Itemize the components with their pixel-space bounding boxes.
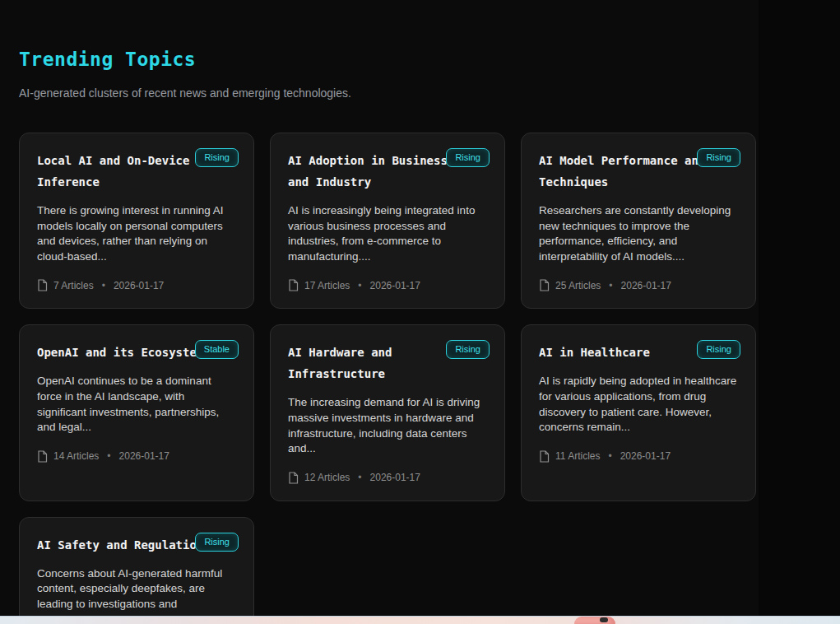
article-count: 12 Articles xyxy=(304,472,350,483)
topic-title: OpenAI and its Ecosystem xyxy=(37,342,214,363)
topic-card[interactable]: AI Adoption in Business and Industry Ris… xyxy=(270,133,505,309)
meta-separator: • xyxy=(358,472,361,483)
meta-separator: • xyxy=(358,280,361,291)
background-window-edge xyxy=(0,616,840,624)
topic-date: 2026-01-17 xyxy=(370,280,420,291)
topic-title: AI Model Performance and Techniques xyxy=(539,150,716,193)
trend-badge: Rising xyxy=(697,148,740,167)
topic-card[interactable]: OpenAI and its Ecosystem Stable OpenAI c… xyxy=(19,324,254,501)
topic-date: 2026-01-17 xyxy=(620,450,671,462)
topic-meta: 17 Articles • 2026-01-17 xyxy=(288,279,487,291)
topic-title: AI Hardware and Infrastructure xyxy=(288,342,465,384)
topic-date: 2026-01-17 xyxy=(114,280,164,291)
trend-badge: Rising xyxy=(697,340,740,359)
file-text-icon xyxy=(37,450,48,463)
topic-meta: 11 Articles • 2026-01-17 xyxy=(539,450,738,463)
main-content: Trending Topics AI-generated clusters of… xyxy=(0,0,840,624)
topic-title: AI Safety and Regulation xyxy=(37,534,214,556)
file-text-icon xyxy=(539,450,550,463)
article-count: 17 Articles xyxy=(304,280,350,291)
topic-date: 2026-01-17 xyxy=(119,450,169,462)
topic-description: AI is rapidly being adopted in healthcar… xyxy=(539,374,738,435)
trend-badge: Rising xyxy=(446,148,490,167)
topics-grid: Local AI and On-Device Inference Rising … xyxy=(19,133,756,624)
topic-title: Local AI and On-Device Inference xyxy=(37,150,214,193)
topic-description: There is growing interest in running AI … xyxy=(37,203,236,264)
topic-description: AI is increasingly being integrated into… xyxy=(288,203,487,264)
trend-badge: Stable xyxy=(195,340,239,359)
topic-description: The increasing demand for AI is driving … xyxy=(288,395,487,456)
trend-badge: Rising xyxy=(195,533,239,552)
file-text-icon xyxy=(37,279,48,291)
topic-meta: 25 Articles • 2026-01-17 xyxy=(539,279,738,291)
topic-meta: 12 Articles • 2026-01-17 xyxy=(288,472,487,484)
topic-meta: 7 Articles • 2026-01-17 xyxy=(37,279,236,291)
meta-separator: • xyxy=(102,280,105,291)
topic-card[interactable]: AI Model Performance and Techniques Risi… xyxy=(521,133,756,309)
article-count: 25 Articles xyxy=(555,280,601,291)
topic-meta: 14 Articles • 2026-01-17 xyxy=(37,450,236,463)
meta-separator: • xyxy=(608,450,611,462)
file-text-icon xyxy=(288,472,299,484)
trend-badge: Rising xyxy=(446,340,490,359)
topic-card[interactable]: AI Safety and Regulation Rising Concerns… xyxy=(19,517,254,624)
topic-description: OpenAI continues to be a dominant force … xyxy=(37,374,236,435)
topic-card[interactable]: AI in Healthcare Rising AI is rapidly be… xyxy=(521,324,756,501)
article-count: 11 Articles xyxy=(555,450,600,462)
topic-title: AI Adoption in Business and Industry xyxy=(288,150,465,193)
background-window-logo xyxy=(574,617,615,624)
article-count: 7 Articles xyxy=(53,280,94,291)
topic-description: Researchers are constantly developing ne… xyxy=(539,203,738,264)
trend-badge: Rising xyxy=(195,148,239,167)
background-window-logo-detail xyxy=(600,617,608,622)
page-title: Trending Topics xyxy=(19,46,840,72)
topic-date: 2026-01-17 xyxy=(370,472,420,483)
topic-card[interactable]: AI Hardware and Infrastructure Rising Th… xyxy=(270,324,505,501)
app-window: Trending Topics AI-generated clusters of… xyxy=(0,0,840,624)
file-text-icon xyxy=(288,279,299,291)
topic-card[interactable]: Local AI and On-Device Inference Rising … xyxy=(19,133,254,309)
meta-separator: • xyxy=(609,280,612,291)
page-subtitle: AI-generated clusters of recent news and… xyxy=(19,86,840,101)
topic-title: AI in Healthcare xyxy=(539,342,716,363)
meta-separator: • xyxy=(107,450,110,462)
article-count: 14 Articles xyxy=(53,450,99,462)
topic-date: 2026-01-17 xyxy=(621,280,671,291)
file-text-icon xyxy=(539,279,550,291)
